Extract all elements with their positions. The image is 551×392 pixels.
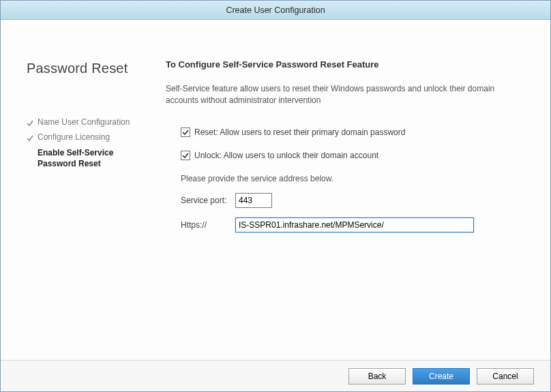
- checkbox-unlock-label: Unlock: Allow users to unlock their doma…: [194, 151, 378, 160]
- description: Self-Service feature allow users to rese…: [166, 83, 527, 107]
- port-input[interactable]: [235, 193, 272, 208]
- step-name-user-config[interactable]: Name User Configuration: [27, 117, 149, 127]
- step-label: Configure Licensing: [38, 132, 110, 142]
- checkbox-reset-label: Reset: Allow users to reset their primar…: [194, 127, 405, 137]
- https-row: Https://: [181, 217, 527, 232]
- check-icon: [27, 134, 33, 141]
- wizard-window: Create User Configuration Password Reset…: [0, 0, 551, 392]
- section-title: Password Reset: [27, 61, 149, 76]
- https-label: Https://: [181, 220, 235, 230]
- service-prompt: Please provide the service address below…: [181, 174, 527, 183]
- wizard-steps: Name User Configuration Configure Licens…: [27, 117, 149, 169]
- window-title: Create User Configuration: [226, 5, 325, 15]
- wizard-body: Password Reset Name User Configuration C…: [1, 20, 550, 360]
- checkbox-unlock[interactable]: [181, 151, 190, 160]
- check-reset-row: Reset: Allow users to reset their primar…: [181, 127, 527, 137]
- create-button[interactable]: Create: [413, 368, 470, 385]
- step-label: Name User Configuration: [38, 117, 130, 127]
- titlebar: Create User Configuration: [1, 1, 550, 20]
- check-icon: [27, 119, 33, 126]
- left-pane: Password Reset Name User Configuration C…: [1, 20, 149, 360]
- step-enable-sspr[interactable]: Enable Self-Service Password Reset: [27, 147, 149, 169]
- cancel-button[interactable]: Cancel: [477, 368, 534, 385]
- port-label: Service port:: [181, 196, 235, 205]
- right-pane: To Configure Self-Service Password Reset…: [149, 20, 550, 360]
- check-unlock-row: Unlock: Allow users to unlock their doma…: [181, 151, 527, 160]
- step-configure-licensing[interactable]: Configure Licensing: [27, 132, 149, 142]
- https-input[interactable]: [235, 217, 474, 232]
- step-label: Enable Self-Service Password Reset: [38, 147, 149, 169]
- port-row: Service port:: [181, 193, 527, 208]
- checkbox-reset[interactable]: [181, 127, 190, 137]
- footer: Back Create Cancel: [1, 360, 550, 391]
- content-title: To Configure Self-Service Password Reset…: [166, 59, 527, 70]
- back-button[interactable]: Back: [348, 368, 406, 385]
